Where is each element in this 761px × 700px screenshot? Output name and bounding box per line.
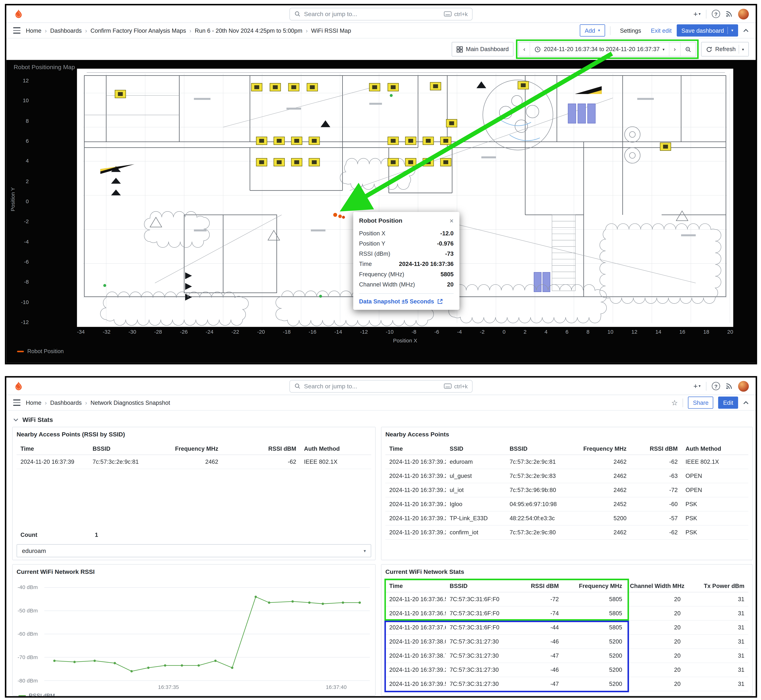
- table-header-cell[interactable]: RSSI dBM: [222, 445, 300, 452]
- add-button[interactable]: Add▾: [580, 24, 605, 36]
- time-range-forward-button[interactable]: ›: [669, 42, 680, 56]
- table-cell: -46: [509, 666, 563, 673]
- grafana-window-diagnostics: Search or jump to... ctrl+k +▾ ? Home›Da…: [5, 376, 757, 697]
- table-header-cell[interactable]: BSSID: [446, 583, 509, 589]
- table-header-cell[interactable]: RSSI dBM: [630, 445, 681, 452]
- star-icon[interactable]: ☆: [671, 399, 678, 406]
- chevron-down-icon: ▾: [742, 47, 744, 52]
- exit-edit-button[interactable]: Exit edit: [651, 27, 672, 34]
- table-cell: ul_guest: [446, 472, 506, 479]
- help-icon[interactable]: ?: [712, 382, 720, 390]
- refresh-button[interactable]: Refresh ▾: [701, 42, 749, 56]
- panel-title[interactable]: Robot Positioning Map: [14, 64, 75, 70]
- table-header-cell[interactable]: BSSID: [506, 445, 574, 452]
- breadcrumb-item[interactable]: Confirm Factory Floor Analysis Maps: [91, 27, 186, 34]
- grafana-logo[interactable]: [13, 9, 24, 19]
- grafana-logo[interactable]: [13, 381, 24, 391]
- new-menu-button[interactable]: +▾: [694, 10, 701, 18]
- table-header-cell[interactable]: Time: [385, 445, 446, 452]
- table-header-cell[interactable]: Frequency MHz: [563, 583, 626, 589]
- table-header-cell[interactable]: Auth Method: [682, 445, 748, 452]
- collapse-icon[interactable]: [743, 28, 749, 33]
- map-legend[interactable]: Robot Position: [17, 348, 64, 354]
- table-header-cell[interactable]: Frequency MHz: [160, 445, 222, 452]
- table-header-cell[interactable]: SSID: [446, 445, 506, 452]
- breadcrumb-item[interactable]: WiFi RSSI Map: [311, 27, 351, 34]
- ssid-select[interactable]: eduroam ▾: [17, 544, 371, 558]
- grid-icon: [456, 46, 463, 52]
- search-input[interactable]: Search or jump to... ctrl+k: [289, 380, 472, 392]
- help-icon[interactable]: ?: [712, 10, 720, 18]
- wifi-stats-section-header[interactable]: WiFi Stats: [6, 411, 756, 426]
- zoom-out-icon[interactable]: [680, 42, 695, 56]
- table-header-cell[interactable]: Time: [385, 583, 446, 589]
- close-icon[interactable]: ×: [450, 217, 453, 225]
- hamburger-menu-icon[interactable]: [13, 27, 20, 33]
- table-header-cell[interactable]: Auth Method: [300, 445, 371, 452]
- table-header-cell[interactable]: Channel Width MHz: [626, 583, 684, 589]
- table-cell: 5200: [563, 652, 626, 659]
- user-avatar[interactable]: [738, 9, 749, 19]
- table-header-cell[interactable]: Time: [17, 445, 89, 452]
- table-header-cell[interactable]: Tx Power dBm: [684, 583, 748, 589]
- share-button[interactable]: Share: [688, 397, 713, 409]
- panel-title[interactable]: Nearby Access Points: [385, 431, 748, 439]
- table-cell: 2024-11-20 16:37:39.2: [385, 501, 446, 508]
- chevron-down-icon: ▾: [598, 28, 600, 33]
- collapse-icon[interactable]: [743, 400, 749, 405]
- table-header-row: TimeBSSIDFrequency MHzRSSI dBMAuth Metho…: [17, 442, 371, 455]
- table-cell: 5805: [563, 610, 626, 617]
- data-snapshot-link[interactable]: Data Snapshot ±5 Seconds: [359, 293, 453, 305]
- hamburger-menu-icon[interactable]: [13, 400, 20, 406]
- user-avatar[interactable]: [738, 381, 749, 391]
- robot-positioning-map-panel: Robot Positioning Map Position Y 1210864…: [6, 60, 756, 363]
- axis-tick-label: 2: [26, 178, 29, 184]
- table-cell: 2462: [574, 458, 630, 465]
- table-cell: 7C:57:3C:31:27:30: [446, 638, 509, 645]
- table-header-cell[interactable]: Frequency MHz: [574, 445, 630, 452]
- table-header-cell[interactable]: RSSI dBM: [509, 583, 563, 589]
- table-header-cell[interactable]: BSSID: [89, 445, 160, 452]
- tooltip-row: RSSI (dBm)-73: [359, 248, 453, 259]
- table-cell: TP-Link_E33D: [446, 515, 506, 522]
- axis-tick-label: -12: [360, 329, 368, 335]
- search-placeholder: Search or jump to...: [304, 383, 357, 389]
- axis-tick-label: -34: [77, 329, 85, 335]
- edit-button[interactable]: Edit: [718, 397, 738, 409]
- axis-tick-label: -30: [128, 329, 136, 335]
- table-cell: 2024-11-20 16:37:39.2: [385, 458, 446, 465]
- breadcrumb-item[interactable]: Home: [26, 27, 41, 34]
- breadcrumb-item[interactable]: Dashboards: [50, 399, 82, 406]
- axis-tick-label: 16:37:35: [158, 684, 179, 690]
- breadcrumb-item[interactable]: Dashboards: [50, 27, 82, 34]
- save-dashboard-button[interactable]: Save dashboard▾: [677, 24, 738, 36]
- axis-tick-label: -8: [412, 329, 416, 335]
- table-cell: 2024-11-20 16:37:39.2: [385, 529, 446, 536]
- axis-tick-label: -28: [154, 329, 162, 335]
- tooltip-label: Position Y: [359, 240, 385, 247]
- table-cell: 2024-11-20 16:37:37.6: [385, 624, 446, 631]
- chart-legend[interactable]: RSSI dBM: [19, 693, 55, 697]
- table-cell: 7c:57:3c:2e:9c:81: [89, 458, 160, 465]
- settings-button[interactable]: Settings: [615, 24, 646, 36]
- search-input[interactable]: Search or jump to... ctrl+k: [289, 8, 472, 20]
- panel-title[interactable]: Current WiFi Network Stats: [385, 569, 748, 576]
- breadcrumb-item[interactable]: Run 6 - 20th Nov 2024 4:25pm to 5:00pm: [195, 27, 302, 34]
- new-menu-button[interactable]: +▾: [694, 382, 701, 390]
- table-row: 2024-11-20 16:37:38.07C:57:3C:31:27:30-4…: [385, 635, 748, 649]
- time-range-back-button[interactable]: ‹: [519, 42, 530, 56]
- table-cell: 7C:57:3C:31:6F:F0: [446, 610, 509, 617]
- time-range-picker[interactable]: 2024-11-20 16:37:34 to 2024-11-20 16:37:…: [530, 42, 669, 56]
- panel-title[interactable]: Current WiFi Network RSSI: [17, 569, 371, 576]
- rss-icon[interactable]: [725, 10, 733, 17]
- main-dashboard-button[interactable]: Main Dashboard: [452, 42, 514, 56]
- rss-icon[interactable]: [725, 383, 733, 390]
- panel-title[interactable]: Nearby Access Points (RSSI by SSID): [17, 431, 371, 439]
- breadcrumb-item[interactable]: Network Diagnostics Snapshot: [91, 399, 170, 406]
- breadcrumb-item[interactable]: Home: [26, 399, 41, 406]
- chevron-down-icon: ▾: [663, 47, 664, 52]
- rssi-line-chart[interactable]: [44, 588, 370, 681]
- keyboard-icon: [444, 11, 452, 17]
- table-cell: -57: [630, 515, 681, 522]
- table-cell: PSK: [682, 515, 748, 522]
